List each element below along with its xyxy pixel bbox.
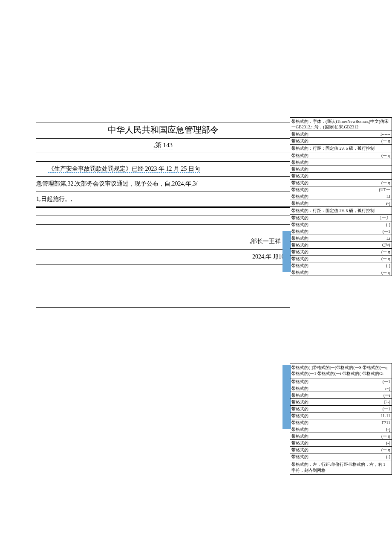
format-note: 带格式的(一1 xyxy=(290,228,392,235)
format-note: 带格式的：行距：固定值 29. 5 砺，孤行控制 xyxy=(290,206,392,215)
note-label: 带格式的 xyxy=(291,160,308,165)
note-label: 带格式的 xyxy=(291,263,308,268)
notes-group-a: 带格式的：字体：(我认)TimesNewRoman,(中文)仿宋一GB2312,… xyxy=(290,117,392,276)
note-code: (一 η xyxy=(381,433,390,439)
note-label: 带格式的 xyxy=(291,173,308,179)
note-label: 带格式的 xyxy=(291,440,308,446)
format-note: 带格式的(一1 xyxy=(290,405,392,413)
blank-row xyxy=(36,215,290,225)
note-code: 11-11 xyxy=(380,413,390,418)
format-note: 带格式的(一 η xyxy=(290,179,392,186)
format-note: 带格式的(一 η xyxy=(290,433,392,440)
note-label: 带格式的 xyxy=(291,427,308,432)
document-content: 中华人民共和国应急管理部令 ,第 143 《生产安全事故罚款处罚规定》已经 20… xyxy=(0,0,290,474)
note-code: (-] xyxy=(386,440,390,446)
note-code: r-] xyxy=(386,200,390,206)
note-label: 带格式的 xyxy=(291,187,308,192)
note-label: 带格式的 xyxy=(291,386,308,391)
signer-line: ,部长一王祥 W xyxy=(36,234,290,249)
note-code: (-] xyxy=(386,454,390,459)
note-code: C7^i xyxy=(382,242,390,248)
note-label: 带格式的 xyxy=(291,420,308,425)
page-layout: 中华人民共和国应急管理部令 ,第 143 《生产安全事故罚款处罚规定》已经 20… xyxy=(0,0,392,474)
format-note: 带格式的r-] xyxy=(290,200,392,207)
format-note: 带格式的〔一〕 xyxy=(290,214,392,221)
note-code: r~] xyxy=(385,386,390,391)
note-label: 带格式的 xyxy=(291,200,308,206)
note-label: 带格式的 xyxy=(291,229,308,234)
format-note: 带格式的(一 η xyxy=(290,255,392,262)
format-note: 带格式的Γ711 xyxy=(290,419,392,426)
note-label: 带格式的 xyxy=(291,406,308,412)
para-line-2: 急管理部第,32,次部务会议审议通过，现予公布，自,2024,年,3/ xyxy=(36,177,290,192)
note-code: (一 η xyxy=(381,256,390,262)
format-note: 带格式的(一 η xyxy=(290,248,392,256)
format-note: 带格式的(-] xyxy=(290,262,392,269)
format-note: 带格式的 xyxy=(290,166,392,173)
note-code: (一 η xyxy=(381,180,390,186)
format-note: 带格式的(一 η xyxy=(290,446,392,453)
note-label: 带格式的 xyxy=(291,433,308,439)
format-notes-column: 带格式的：字体：(我认)TimesNewRoman,(中文)仿宋一GB2312,… xyxy=(290,0,392,474)
note-label: 带格式的 xyxy=(291,180,308,186)
format-note: 带格式的(一 η xyxy=(290,269,392,276)
note-label: 带格式的 xyxy=(291,256,308,262)
note-code: Γ~] xyxy=(384,399,390,405)
note-code: (一 η xyxy=(381,138,390,144)
note-code: (一1 xyxy=(383,406,390,412)
note-label: 带格式的 xyxy=(291,138,308,144)
format-note: 带格式的(-] xyxy=(290,221,392,228)
format-note: 带格式的Li xyxy=(290,235,392,242)
note-code: (一1 xyxy=(383,229,390,234)
note-code: (一 η xyxy=(381,270,390,275)
doc-number-text: ,第 143 xyxy=(153,142,173,149)
note-code: Ll xyxy=(386,194,390,199)
format-note: 带格式的C7^i xyxy=(290,241,392,249)
doc-number: ,第 143 xyxy=(36,139,290,152)
format-note: 带格式的(-] xyxy=(290,439,392,447)
doc-title: 中华人民共和国应急管理部令 xyxy=(36,122,290,139)
format-note: 带格式的(一 η xyxy=(290,137,392,145)
note-code: 〔一〕 xyxy=(378,215,390,221)
format-note: 带格式的：字体：(我认)TimesNewRoman,(中文)仿宋一GB2312,… xyxy=(290,117,392,131)
para1-text: 《生产安全事故罚款处罚规定》已经 2023 年 12 月 25 日向 xyxy=(48,166,200,173)
note-code: (一 η xyxy=(381,153,390,158)
note-code: (-] xyxy=(386,427,390,432)
note-label: 带格式的 xyxy=(291,235,308,241)
bottom-rule xyxy=(36,307,290,308)
note-label: 带格式的 xyxy=(291,392,308,398)
format-note: 带格式的(一i xyxy=(290,392,392,399)
note-label: 带格式的 xyxy=(291,131,308,137)
format-note: 带格式的：行距：固定值 29. 5 磅，孤行控制 xyxy=(290,144,392,152)
notes-group-b: 带格式的(-]带格式的|一]带格式的(一S 带格式的(一η 带格式的(一1 带格… xyxy=(290,363,392,475)
format-note: 带格式的(一 η xyxy=(290,152,392,159)
format-note: 带格式的(一1 xyxy=(290,378,392,385)
note-code: (一 η xyxy=(381,249,390,255)
note-label: 带格式的 xyxy=(291,249,308,255)
note-label: 带格式的 xyxy=(291,379,308,384)
note-label: 带格式的 xyxy=(291,454,308,459)
note-label: 带格式的 xyxy=(291,194,308,199)
note-code: (一i xyxy=(383,392,390,398)
note-label: 带格式的 xyxy=(291,153,308,158)
para-line-1: 《生产安全事故罚款处罚规定》已经 2023 年 12 月 25 日向 xyxy=(36,162,290,177)
notes-b-header: 带格式的(-]带格式的|一]带格式的(一S 带格式的(一η 带格式的(一1 带格… xyxy=(290,363,392,378)
format-note: 带格式的I------ xyxy=(290,131,392,138)
note-code: (UT一 xyxy=(379,187,390,192)
date-line: 2024,年 Jβ10E xyxy=(36,250,290,264)
note-code: (一 η xyxy=(381,447,390,453)
note-code: (-] xyxy=(386,222,390,227)
format-note: 带格式的 xyxy=(290,159,392,166)
note-code: Γ711 xyxy=(382,420,390,425)
format-note: 带格式的(-] xyxy=(290,453,392,460)
note-label: 带格式的 xyxy=(291,413,308,418)
notes-b-footer: 带格式的：左，行距:单倍行距带格式的：右，右 1 字符，刻齐到网格 xyxy=(290,460,392,475)
format-note: 带格式的Γ~] xyxy=(290,398,392,406)
note-code: (一1 xyxy=(383,379,390,384)
note-label: 带格式的 xyxy=(291,215,308,221)
note-label: 带格式的 xyxy=(291,166,308,172)
format-note: 带格式的(-] xyxy=(290,426,392,433)
format-note: 带格式的 xyxy=(290,172,392,180)
note-label: 带格式的 xyxy=(291,222,308,227)
format-note: 带格式的r~] xyxy=(290,385,392,392)
